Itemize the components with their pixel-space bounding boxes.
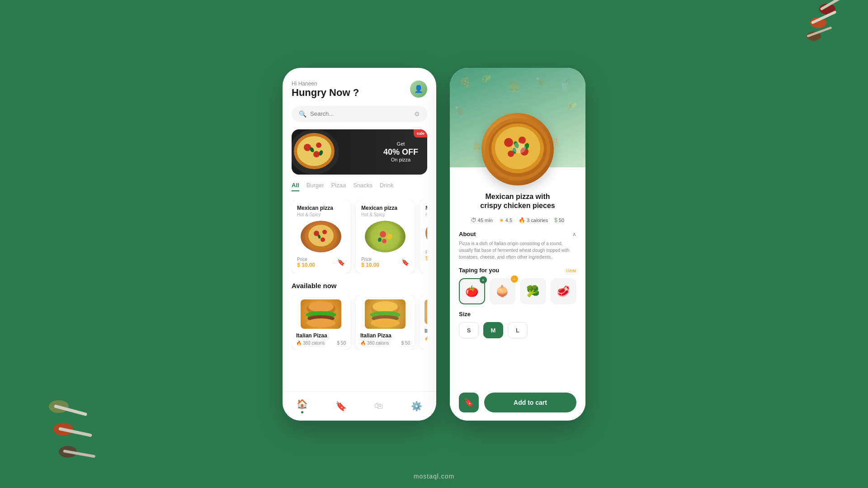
svg-text:🌮: 🌮 <box>567 101 578 111</box>
save-item-button[interactable]: 🔖 <box>459 393 479 412</box>
svg-point-14 <box>297 136 331 166</box>
tab-snacks[interactable]: Snacks <box>353 182 373 191</box>
svg-point-29 <box>382 239 387 243</box>
taping-badge-minus: − <box>511 275 518 283</box>
avail-card-3-image <box>425 299 427 324</box>
taping-item-meat[interactable]: 🥩 <box>551 278 576 304</box>
avatar[interactable]: 👤 <box>410 81 427 98</box>
price-value-3: $ <box>425 255 427 261</box>
svg-text:🍗: 🍗 <box>536 77 545 85</box>
meta-time: ⏱ 45 min <box>471 217 493 223</box>
price-label-3: P <box>425 250 427 255</box>
add-to-cart-button[interactable]: Add to cart <box>484 393 576 412</box>
svg-point-17 <box>313 151 320 157</box>
clear-button[interactable]: clear <box>566 268 576 273</box>
pizza-card-3[interactable]: M Ho P $ <box>420 199 427 274</box>
svg-text:🥤: 🥤 <box>558 79 571 91</box>
bookmark-nav-icon: 🔖 <box>335 401 347 412</box>
size-s[interactable]: S <box>459 322 479 338</box>
avail-card-2-cal: 🔥 380 caloris <box>360 341 389 346</box>
banner-text: Get 40% OFF On pizza <box>383 141 418 162</box>
search-bar[interactable]: 🔍 ⚙ <box>292 106 427 122</box>
taping-item-broccoli[interactable]: 🥦 <box>520 278 546 304</box>
phone-header: Hi Haneen Hungry Now ? 👤 <box>292 81 427 99</box>
size-l[interactable]: L <box>508 322 528 338</box>
avail-card-2-image <box>365 299 406 329</box>
about-header: About ∧ <box>459 231 576 237</box>
about-title: About <box>459 231 476 237</box>
avail-card-1-info: 🔥 380 caloris $ 50 <box>296 341 346 346</box>
bookmark-icon-1[interactable]: 🔖 <box>337 259 345 266</box>
avail-card-3-title: Italian <box>425 328 427 334</box>
taping-items: 🍅 + 🧅 − 🥦 🥩 <box>459 278 576 304</box>
nav-active-dot <box>301 411 303 413</box>
nav-bookmark[interactable]: 🔖 <box>335 401 347 412</box>
right-phone: 🍕 🌮 🍔 🍗 🥤 🍗 🌮 🍔 🍕 <box>450 68 585 421</box>
pizza-card-1[interactable]: Mexican pizza Hot & Spicy Price <box>292 199 350 274</box>
tab-burger[interactable]: Burger <box>307 182 324 191</box>
pizza-card-1-sub: Hot & Spicy <box>297 212 345 217</box>
search-input[interactable] <box>310 110 410 117</box>
pizza-card-2[interactable]: Mexican pizza Hot & Spicy Price $ 10.00 <box>356 199 415 274</box>
cart-icon: 🛍 <box>374 401 383 411</box>
pizza-card-3-image <box>425 221 427 246</box>
pizza-card-1-title: Mexican pizza <box>297 205 345 211</box>
price-value-2: $ 10.00 <box>361 262 379 268</box>
svg-text:🍔: 🍔 <box>509 82 520 93</box>
about-section: About ∧ Pizza is a dish of Italian origi… <box>459 231 576 261</box>
meta-rating: ★ 4.5 <box>499 217 512 223</box>
clock-icon: ⏱ <box>471 217 476 223</box>
avail-card-1[interactable]: Italian Pizaa 🔥 380 caloris $ 50 <box>292 295 350 350</box>
avail-card-1-price: $ 50 <box>337 341 346 346</box>
pizza-card-2-footer: Price $ 10.00 🔖 <box>361 257 409 268</box>
svg-point-32 <box>308 301 334 312</box>
svg-point-40 <box>371 318 400 327</box>
taping-section: Taping for you clear 🍅 + 🧅 − 🥦 <box>459 267 576 304</box>
svg-point-15 <box>304 144 311 151</box>
svg-text:🍔: 🍔 <box>472 142 481 151</box>
about-toggle[interactable]: ∧ <box>572 231 576 237</box>
svg-text:🍕: 🍕 <box>459 76 472 89</box>
nav-settings[interactable]: ⚙️ <box>411 401 422 412</box>
left-phone: Hi Haneen Hungry Now ? 👤 🔍 ⚙ <box>283 68 436 421</box>
pizza-card-3-title: M <box>425 205 427 211</box>
size-m[interactable]: M <box>483 322 503 338</box>
about-text: Pizza is a dish of Italian origin consis… <box>459 240 576 261</box>
spoons-decoration-bottom <box>36 389 127 461</box>
svg-point-28 <box>387 234 392 239</box>
banner-pizza-image <box>292 129 350 175</box>
taping-item-tomato[interactable]: 🍅 + <box>459 278 485 304</box>
tab-all[interactable]: All <box>292 182 299 191</box>
detail-pizza-image <box>481 113 554 185</box>
greeting-text: Hi Haneen <box>292 81 359 87</box>
svg-text:🍗: 🍗 <box>454 105 465 115</box>
pizza-card-2-image <box>365 221 406 252</box>
main-title: Hungry Now ? <box>292 87 359 99</box>
search-icon: 🔍 <box>299 110 307 118</box>
avail-card-2[interactable]: Italian Pizaa 🔥 380 caloris $ 50 <box>356 295 415 350</box>
avail-card-3[interactable]: Italian 🔥 380 c <box>420 295 427 350</box>
home-icon: 🏠 <box>297 398 308 409</box>
detail-meta: ⏱ 45 min ★ 4.5 🔥 3 calories $ 50 <box>459 217 576 223</box>
svg-point-21 <box>308 225 334 246</box>
taping-item-onion[interactable]: 🧅 − <box>490 278 515 304</box>
avail-card-2-price: $ 50 <box>401 341 410 346</box>
pizza-card-3-sub: Ho <box>425 212 427 217</box>
tab-drink[interactable]: Drink <box>380 182 393 191</box>
avail-card-3-cal: 🔥 380 c <box>425 336 427 341</box>
nav-cart[interactable]: 🛍 <box>374 401 383 411</box>
pizza-card-1-footer: Price $ 10.00 🔖 <box>297 257 345 268</box>
size-section: Size S M L <box>459 311 576 338</box>
star-icon: ★ <box>499 217 504 223</box>
available-now-title: Available now <box>292 282 427 289</box>
price-value-1: $ 10.00 <box>297 262 315 268</box>
dollar-icon: $ <box>554 217 557 223</box>
nav-home[interactable]: 🏠 <box>297 398 308 413</box>
taping-badge-plus: + <box>480 276 487 284</box>
header-text: Hi Haneen Hungry Now ? <box>292 81 359 99</box>
phones-container: Hi Haneen Hungry Now ? 👤 🔍 ⚙ <box>283 68 585 421</box>
bookmark-icon-2[interactable]: 🔖 <box>401 259 409 266</box>
filter-icon[interactable]: ⚙ <box>414 110 420 118</box>
tab-pizaa[interactable]: Pizaa <box>331 182 346 191</box>
svg-point-35 <box>307 318 335 327</box>
